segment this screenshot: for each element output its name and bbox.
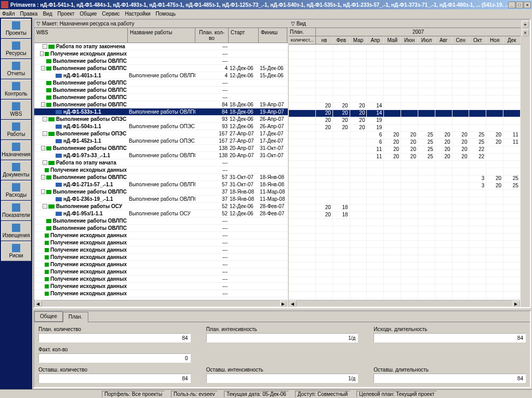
expand-icon[interactable]: - xyxy=(43,131,47,136)
expand-icon[interactable]: - xyxy=(41,102,45,107)
input-rem-qty[interactable] xyxy=(38,374,191,383)
menu-Проект[interactable]: Проект xyxy=(57,11,74,17)
table-row[interactable]: -Работа по этапу начата--- xyxy=(34,159,288,167)
gantt-row[interactable]: 2018 xyxy=(289,212,521,219)
table-row[interactable]: Выполнение работы ОВЛПС--- xyxy=(34,58,288,65)
table-row[interactable]: -Выполнение работы ОВЛПС5731-Окт-0718-Ян… xyxy=(34,174,288,181)
gantt-row[interactable]: 2018 xyxy=(289,204,521,212)
table-row[interactable]: -Выполнение работы ОСУ5212-Дек-0628-Фев-… xyxy=(34,203,288,210)
table-row[interactable]: нД-Ф1-452з-1.1Выполнение работы ОПЭС1672… xyxy=(34,138,288,145)
tab-general[interactable]: Общее xyxy=(34,311,63,322)
menu-Общие[interactable]: Общие xyxy=(79,11,97,17)
table-row[interactable]: -Выполнение работы ОВЛПС13820-Апр-0731-О… xyxy=(34,145,288,152)
gantt-row[interactable]: 20202014 xyxy=(289,103,521,110)
gantt-row[interactable] xyxy=(289,45,521,52)
sidebar-Извещения[interactable]: Извещения xyxy=(1,221,31,241)
table-row[interactable]: -Выполнение работы ОПЭС16727-Апр-0717-Де… xyxy=(34,130,288,138)
tab-plan[interactable]: План. xyxy=(63,312,88,322)
view-header[interactable]: ▽ Вид xyxy=(289,20,521,28)
sidebar-Показатели[interactable]: Показатели xyxy=(1,201,31,221)
gantt-body[interactable]: 2020201420202014202020192020201962020252… xyxy=(289,45,521,300)
expand-icon[interactable]: - xyxy=(41,189,45,194)
menu-Вид[interactable]: Вид xyxy=(43,11,52,17)
gantt-row[interactable] xyxy=(289,263,521,270)
gantt-row[interactable] xyxy=(289,95,521,103)
sidebar-Отчеты[interactable]: Отчеты xyxy=(1,59,31,79)
gantt-row[interactable] xyxy=(289,88,521,95)
expand-icon[interactable]: - xyxy=(41,175,45,180)
gantt-row[interactable] xyxy=(289,190,521,197)
col-name[interactable]: Название работы xyxy=(128,28,195,43)
add-button[interactable]: + xyxy=(522,21,529,28)
table-row[interactable]: Получение исходных данных--- xyxy=(34,261,288,268)
expand-icon[interactable]: - xyxy=(43,44,47,49)
table-row[interactable]: нД-Ф1-271з-57_.-1.1Выполнение работы ОВЛ… xyxy=(34,181,288,188)
input-rem-int[interactable] xyxy=(206,374,358,383)
gantt-row[interactable]: 62020252020252011 xyxy=(289,139,521,146)
table-row[interactable]: Выполнение работы ОВЛПС--- xyxy=(34,225,288,232)
sidebar-Назначения[interactable]: Назначения xyxy=(1,140,31,160)
gantt-row[interactable] xyxy=(289,168,521,175)
gantt-row[interactable] xyxy=(289,197,521,204)
gantt-row[interactable] xyxy=(289,226,521,234)
input-plan-qty[interactable] xyxy=(38,333,191,342)
gantt-row[interactable] xyxy=(289,66,521,74)
table-row[interactable]: -Выполнение работы ОВЛПС412-Дек-0615-Дек… xyxy=(34,65,288,72)
maximize-button[interactable]: □ xyxy=(516,2,523,8)
sidebar-Проекты[interactable]: Проекты xyxy=(1,19,31,38)
table-row[interactable]: Получение исходных данных--- xyxy=(34,254,288,261)
table-row[interactable]: нД-Ф1-95з/1-1.1Выполнение работы ОСУ5212… xyxy=(34,210,288,217)
gantt-row[interactable] xyxy=(289,292,521,299)
expand-icon[interactable]: - xyxy=(40,51,44,56)
table-row[interactable]: Выполнение работы ОВЛПС--- xyxy=(34,87,288,94)
expand-icon[interactable]: - xyxy=(43,117,47,121)
input-fact-qty[interactable] xyxy=(38,353,191,363)
table-row[interactable]: нД-Ф1-97з-33_.-1.1Выполнение работы ОВЛП… xyxy=(34,152,288,159)
gantt-row[interactable] xyxy=(289,241,521,248)
table-row[interactable]: Получение исходных данных--- xyxy=(34,283,288,290)
table-row[interactable]: Получение исходных данных--- xyxy=(34,239,288,246)
expand-icon[interactable]: - xyxy=(41,66,45,71)
layout-header[interactable]: ▽ Макет: Назначения ресурса на работу xyxy=(34,20,288,28)
table-row[interactable]: нД-Ф1-401з-1.1Выполнение работы ОВЛПС412… xyxy=(34,72,288,79)
table-row[interactable]: Выполнение работы ОВЛПС--- xyxy=(34,217,288,225)
expand-icon[interactable]: - xyxy=(41,146,45,150)
gantt-row[interactable] xyxy=(289,248,521,255)
sidebar-Документы[interactable]: Документы xyxy=(1,160,31,180)
gantt-row[interactable] xyxy=(289,52,521,59)
gantt-row[interactable] xyxy=(289,161,521,168)
menu-Правка[interactable]: Правка xyxy=(20,11,38,17)
sidebar-Расходы[interactable]: Расходы xyxy=(1,181,31,200)
sidebar-WBS[interactable]: WBS xyxy=(1,100,31,119)
table-row[interactable]: Получение исходных данных--- xyxy=(34,246,288,254)
gantt-row[interactable] xyxy=(289,59,521,66)
expand-icon[interactable]: - xyxy=(43,204,47,209)
input-rem-dur[interactable] xyxy=(374,374,526,383)
delete-button[interactable]: × xyxy=(522,29,529,36)
gantt-row[interactable]: 20202014 xyxy=(289,110,521,117)
gantt-row[interactable] xyxy=(289,234,521,241)
table-row[interactable]: -Выполнение работы ОПЭС9312-Дек-0626-Апр… xyxy=(34,116,288,123)
table-row[interactable]: -Выполнение работы ОВЛПС3718-Янв-0811-Ма… xyxy=(34,188,288,196)
gantt-row[interactable]: 11202025202022 xyxy=(289,154,521,161)
menu-Помощь[interactable]: Помощь xyxy=(156,11,176,17)
table-row[interactable]: -Получение исходных данных--- xyxy=(34,50,288,58)
gantt-row[interactable] xyxy=(289,219,521,226)
col-qty[interactable]: План. кол-во xyxy=(195,28,229,43)
gantt-h-scrollbar[interactable]: ◄► xyxy=(289,300,521,307)
gantt-row[interactable] xyxy=(289,81,521,88)
table-row[interactable]: нД-Ф1-236з-19_.-1.1Выполнение работы ОВЛ… xyxy=(34,196,288,203)
table-row[interactable]: Получение исходных данных--- xyxy=(34,167,288,174)
gantt-row[interactable]: 20202019 xyxy=(289,117,521,125)
gantt-row[interactable]: 11202025202022 xyxy=(289,146,521,154)
input-plan-int[interactable] xyxy=(206,333,358,342)
table-row[interactable]: нД-Ф1-533з-1.1Выполнение работы ОВЛПС841… xyxy=(34,108,288,116)
sidebar-Ресурсы[interactable]: Ресурсы xyxy=(1,39,31,59)
table-row[interactable]: -Выполнение работы ОВЛПС8418-Дек-0619-Ап… xyxy=(34,101,288,108)
h-scrollbar[interactable]: ◄► xyxy=(34,300,288,307)
expand-icon[interactable]: - xyxy=(43,160,47,165)
gantt-row[interactable] xyxy=(289,277,521,284)
table-row[interactable]: Выполнение работы ОВЛПС--- xyxy=(34,94,288,101)
menu-Настройки[interactable]: Настройки xyxy=(125,11,151,17)
gantt-row[interactable]: 20202019 xyxy=(289,125,521,132)
